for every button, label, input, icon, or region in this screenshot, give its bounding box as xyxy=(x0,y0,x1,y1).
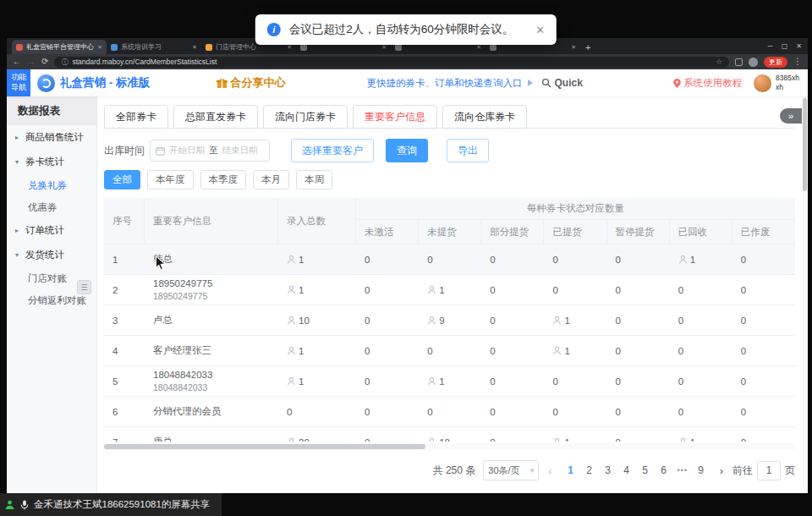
function-nav-button[interactable]: 功能 导航 xyxy=(7,69,30,96)
table-row[interactable]: 2189502497751895024977510100000 xyxy=(104,275,795,305)
close-window-button[interactable]: ✕ xyxy=(792,42,806,50)
browser-tab[interactable]: 礼盒营销平台管理中心✕ xyxy=(12,40,107,54)
browser-menu-icon[interactable]: ⋮ xyxy=(793,58,802,66)
content-tab[interactable]: 全部券卡 xyxy=(104,105,168,129)
table-row[interactable]: 4客户经理张三10001000 xyxy=(104,336,795,366)
tab-close-icon[interactable]: ✕ xyxy=(97,44,102,51)
count-link-cell[interactable]: 10 xyxy=(278,305,356,335)
page-number[interactable]: 3 xyxy=(599,461,617,480)
cell-customer: 卢总 xyxy=(145,305,278,335)
count-value: 0 xyxy=(616,407,621,417)
site-info-icon[interactable]: ⓘ xyxy=(61,58,68,67)
user-avatar[interactable] xyxy=(754,74,771,92)
count-link-cell[interactable]: 1 xyxy=(419,275,481,305)
count-cell: 0 xyxy=(356,275,419,305)
count-value: 1 xyxy=(690,255,695,265)
page-number[interactable]: 6 xyxy=(655,461,673,480)
count-link-cell[interactable]: 1 xyxy=(544,336,606,365)
page-goto-input[interactable] xyxy=(757,461,781,480)
expand-panel-button[interactable]: » xyxy=(780,108,802,124)
content-tab[interactable]: 流向仓库券卡 xyxy=(442,105,527,129)
sidebar-item[interactable]: ▸商品销售统计 xyxy=(7,125,96,150)
status-column-header: 暂停提货 xyxy=(607,220,670,244)
browser-update-button[interactable]: 更新 xyxy=(764,57,787,68)
count-link-cell[interactable]: 1 xyxy=(544,305,606,335)
sidebar-collapse-handle[interactable]: ☰ xyxy=(77,280,91,294)
count-link-cell[interactable]: 1 xyxy=(419,366,481,396)
browser-tab[interactable]: 系统培训学习✕ xyxy=(107,40,201,54)
content-tab[interactable]: 重要客户信息 xyxy=(353,105,437,129)
browser-profile-avatar[interactable] xyxy=(749,58,758,67)
count-link-cell[interactable]: 1 xyxy=(670,427,732,442)
quick-filter-button[interactable]: 本周 xyxy=(296,170,332,189)
refresh-icon[interactable]: ⟳ xyxy=(41,58,48,66)
sidebar-item[interactable]: ▸订单统计 xyxy=(7,218,96,243)
table-row[interactable]: 7唐总2001801010 xyxy=(104,427,795,442)
minimize-button[interactable]: ─ xyxy=(763,42,777,50)
quick-filter-button[interactable]: 全部 xyxy=(104,170,140,189)
count-link-cell[interactable]: 20 xyxy=(278,427,356,442)
page-number[interactable]: 9 xyxy=(692,461,710,480)
horizontal-scrollbar-thumb[interactable] xyxy=(104,444,425,449)
content-tab[interactable]: 总部直发券卡 xyxy=(173,105,258,129)
date-range-input[interactable]: 开始日期 至 结束日期 xyxy=(150,140,270,162)
content-tab[interactable]: 流向门店券卡 xyxy=(263,105,348,129)
cell-index: 2 xyxy=(104,275,145,305)
count-link-cell[interactable]: 1 xyxy=(278,275,356,305)
prev-page-button[interactable]: ‹ xyxy=(546,464,553,477)
vertical-scrollbar[interactable] xyxy=(802,96,808,493)
toast-close-icon[interactable]: ✕ xyxy=(535,24,545,36)
page-number[interactable]: 5 xyxy=(636,461,655,480)
address-bar[interactable]: ⓘ standard.maboy.cn/CardMemberStatistics… xyxy=(54,57,729,68)
table-row[interactable]: 3卢总100901000 xyxy=(104,305,795,336)
page-number[interactable]: 4 xyxy=(617,461,636,480)
tutorial-link[interactable]: 系统使用教程 xyxy=(673,77,742,90)
export-button[interactable]: 导出 xyxy=(447,139,489,162)
vertical-scrollbar-thumb[interactable] xyxy=(803,98,807,191)
page-number[interactable]: 1 xyxy=(562,461,580,480)
new-tab-button[interactable]: + xyxy=(585,42,590,52)
sidebar-item[interactable]: ▾发货统计 xyxy=(7,243,96,267)
date-separator: 至 xyxy=(209,145,218,156)
sidebar-item[interactable]: 优惠券 xyxy=(7,196,96,218)
page-number[interactable]: 2 xyxy=(580,461,599,480)
start-date-placeholder: 开始日期 xyxy=(169,145,205,156)
share-center-link[interactable]: 合分享中心 xyxy=(217,75,286,91)
customer-count-icon xyxy=(287,437,296,442)
count-cell: 0 xyxy=(544,397,606,426)
next-page-button[interactable]: › xyxy=(718,464,725,477)
sidebar-item[interactable]: ▾券卡统计 xyxy=(7,150,96,174)
chevron-down-icon: ▾ xyxy=(530,466,535,475)
count-link-cell[interactable]: 1 xyxy=(278,366,356,396)
select-customer-button[interactable]: 选择重要客户 xyxy=(291,139,374,162)
tab-close-icon[interactable]: ✕ xyxy=(192,44,197,51)
customer-count-icon xyxy=(552,316,562,325)
count-link-cell[interactable]: 1 xyxy=(278,244,356,274)
horizontal-scrollbar[interactable] xyxy=(104,443,795,450)
quick-filter-button[interactable]: 本年度 xyxy=(147,170,194,189)
table-row[interactable]: 5180488420331804884203310100000 xyxy=(104,366,795,397)
bookmark-star-icon[interactable]: ☆ xyxy=(716,58,722,66)
table-row[interactable]: 1韩总10000010 xyxy=(104,244,795,275)
count-link-cell[interactable]: 1 xyxy=(670,244,732,274)
cell-index: 7 xyxy=(104,427,145,442)
count-link-cell[interactable]: 1 xyxy=(278,336,356,365)
end-date-placeholder: 结束日期 xyxy=(222,145,258,156)
back-icon[interactable]: ← xyxy=(13,58,21,66)
quick-filter-button[interactable]: 本季度 xyxy=(200,170,247,189)
count-link-cell[interactable]: 9 xyxy=(419,305,481,335)
tab-close-icon[interactable]: ✕ xyxy=(571,44,576,51)
query-button[interactable]: 查询 xyxy=(386,139,428,162)
sidebar-item[interactable]: 兑换礼券 xyxy=(7,174,96,196)
page-size-select[interactable]: 30条/页 ▾ xyxy=(483,460,539,480)
forward-icon[interactable]: → xyxy=(27,58,36,66)
extensions-icon[interactable] xyxy=(735,58,743,66)
sidebar-item-label: 兑换礼券 xyxy=(28,179,67,192)
quick-filter-button[interactable]: 本月 xyxy=(253,170,289,189)
count-link-cell[interactable]: 18 xyxy=(419,427,481,442)
maximize-button[interactable]: ▢ xyxy=(777,42,792,50)
count-link-cell[interactable]: 1 xyxy=(544,427,606,442)
count-value: 1 xyxy=(299,255,304,265)
table-row[interactable]: 6分销代理的会员00000000 xyxy=(104,397,795,427)
quick-search-button[interactable]: Quick xyxy=(541,77,583,89)
